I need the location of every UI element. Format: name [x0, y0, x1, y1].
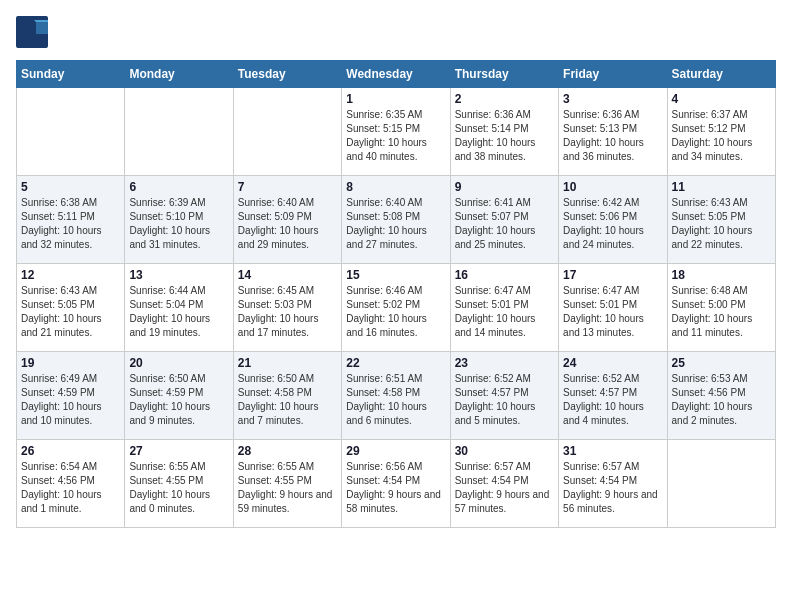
calendar-week-row: 19Sunrise: 6:49 AM Sunset: 4:59 PM Dayli… — [17, 352, 776, 440]
calendar-cell: 13Sunrise: 6:44 AM Sunset: 5:04 PM Dayli… — [125, 264, 233, 352]
calendar-cell: 25Sunrise: 6:53 AM Sunset: 4:56 PM Dayli… — [667, 352, 775, 440]
day-info: Sunrise: 6:35 AM Sunset: 5:15 PM Dayligh… — [346, 108, 445, 164]
day-number: 29 — [346, 444, 445, 458]
calendar-cell: 1Sunrise: 6:35 AM Sunset: 5:15 PM Daylig… — [342, 88, 450, 176]
day-info: Sunrise: 6:48 AM Sunset: 5:00 PM Dayligh… — [672, 284, 771, 340]
calendar-cell: 29Sunrise: 6:56 AM Sunset: 4:54 PM Dayli… — [342, 440, 450, 528]
day-number: 15 — [346, 268, 445, 282]
day-number: 8 — [346, 180, 445, 194]
calendar-cell: 17Sunrise: 6:47 AM Sunset: 5:01 PM Dayli… — [559, 264, 667, 352]
day-info: Sunrise: 6:55 AM Sunset: 4:55 PM Dayligh… — [238, 460, 337, 516]
day-number: 21 — [238, 356, 337, 370]
calendar-cell — [17, 88, 125, 176]
day-number: 9 — [455, 180, 554, 194]
calendar-week-row: 12Sunrise: 6:43 AM Sunset: 5:05 PM Dayli… — [17, 264, 776, 352]
day-info: Sunrise: 6:53 AM Sunset: 4:56 PM Dayligh… — [672, 372, 771, 428]
day-info: Sunrise: 6:37 AM Sunset: 5:12 PM Dayligh… — [672, 108, 771, 164]
day-number: 31 — [563, 444, 662, 458]
day-info: Sunrise: 6:47 AM Sunset: 5:01 PM Dayligh… — [455, 284, 554, 340]
weekday-header: Thursday — [450, 61, 558, 88]
day-info: Sunrise: 6:40 AM Sunset: 5:09 PM Dayligh… — [238, 196, 337, 252]
day-number: 17 — [563, 268, 662, 282]
day-info: Sunrise: 6:52 AM Sunset: 4:57 PM Dayligh… — [455, 372, 554, 428]
calendar-cell: 16Sunrise: 6:47 AM Sunset: 5:01 PM Dayli… — [450, 264, 558, 352]
day-number: 23 — [455, 356, 554, 370]
day-info: Sunrise: 6:45 AM Sunset: 5:03 PM Dayligh… — [238, 284, 337, 340]
weekday-header: Wednesday — [342, 61, 450, 88]
day-info: Sunrise: 6:40 AM Sunset: 5:08 PM Dayligh… — [346, 196, 445, 252]
day-number: 28 — [238, 444, 337, 458]
day-number: 27 — [129, 444, 228, 458]
weekday-header: Saturday — [667, 61, 775, 88]
day-number: 13 — [129, 268, 228, 282]
day-info: Sunrise: 6:54 AM Sunset: 4:56 PM Dayligh… — [21, 460, 120, 516]
day-number: 2 — [455, 92, 554, 106]
calendar-cell: 21Sunrise: 6:50 AM Sunset: 4:58 PM Dayli… — [233, 352, 341, 440]
day-info: Sunrise: 6:46 AM Sunset: 5:02 PM Dayligh… — [346, 284, 445, 340]
calendar-cell: 11Sunrise: 6:43 AM Sunset: 5:05 PM Dayli… — [667, 176, 775, 264]
calendar-cell: 28Sunrise: 6:55 AM Sunset: 4:55 PM Dayli… — [233, 440, 341, 528]
calendar-cell: 10Sunrise: 6:42 AM Sunset: 5:06 PM Dayli… — [559, 176, 667, 264]
day-number: 18 — [672, 268, 771, 282]
day-number: 16 — [455, 268, 554, 282]
day-number: 6 — [129, 180, 228, 194]
calendar-cell: 30Sunrise: 6:57 AM Sunset: 4:54 PM Dayli… — [450, 440, 558, 528]
day-number: 19 — [21, 356, 120, 370]
day-info: Sunrise: 6:36 AM Sunset: 5:14 PM Dayligh… — [455, 108, 554, 164]
calendar-cell: 12Sunrise: 6:43 AM Sunset: 5:05 PM Dayli… — [17, 264, 125, 352]
day-info: Sunrise: 6:57 AM Sunset: 4:54 PM Dayligh… — [455, 460, 554, 516]
day-number: 5 — [21, 180, 120, 194]
calendar-cell: 19Sunrise: 6:49 AM Sunset: 4:59 PM Dayli… — [17, 352, 125, 440]
calendar-cell: 5Sunrise: 6:38 AM Sunset: 5:11 PM Daylig… — [17, 176, 125, 264]
calendar-cell: 27Sunrise: 6:55 AM Sunset: 4:55 PM Dayli… — [125, 440, 233, 528]
day-number: 30 — [455, 444, 554, 458]
weekday-header: Sunday — [17, 61, 125, 88]
day-number: 4 — [672, 92, 771, 106]
calendar-cell — [233, 88, 341, 176]
day-info: Sunrise: 6:55 AM Sunset: 4:55 PM Dayligh… — [129, 460, 228, 516]
day-number: 24 — [563, 356, 662, 370]
day-info: Sunrise: 6:44 AM Sunset: 5:04 PM Dayligh… — [129, 284, 228, 340]
day-info: Sunrise: 6:36 AM Sunset: 5:13 PM Dayligh… — [563, 108, 662, 164]
day-info: Sunrise: 6:43 AM Sunset: 5:05 PM Dayligh… — [672, 196, 771, 252]
calendar-week-row: 26Sunrise: 6:54 AM Sunset: 4:56 PM Dayli… — [17, 440, 776, 528]
day-info: Sunrise: 6:57 AM Sunset: 4:54 PM Dayligh… — [563, 460, 662, 516]
weekday-header: Friday — [559, 61, 667, 88]
day-number: 22 — [346, 356, 445, 370]
page-header — [16, 16, 776, 48]
day-number: 20 — [129, 356, 228, 370]
calendar-cell: 4Sunrise: 6:37 AM Sunset: 5:12 PM Daylig… — [667, 88, 775, 176]
day-info: Sunrise: 6:56 AM Sunset: 4:54 PM Dayligh… — [346, 460, 445, 516]
weekday-header: Monday — [125, 61, 233, 88]
calendar-cell: 18Sunrise: 6:48 AM Sunset: 5:00 PM Dayli… — [667, 264, 775, 352]
day-number: 1 — [346, 92, 445, 106]
svg-marker-2 — [36, 22, 48, 34]
day-number: 14 — [238, 268, 337, 282]
logo — [16, 16, 52, 48]
calendar-cell: 20Sunrise: 6:50 AM Sunset: 4:59 PM Dayli… — [125, 352, 233, 440]
calendar-cell: 6Sunrise: 6:39 AM Sunset: 5:10 PM Daylig… — [125, 176, 233, 264]
calendar-cell: 7Sunrise: 6:40 AM Sunset: 5:09 PM Daylig… — [233, 176, 341, 264]
calendar-cell: 14Sunrise: 6:45 AM Sunset: 5:03 PM Dayli… — [233, 264, 341, 352]
day-number: 10 — [563, 180, 662, 194]
day-info: Sunrise: 6:41 AM Sunset: 5:07 PM Dayligh… — [455, 196, 554, 252]
day-info: Sunrise: 6:49 AM Sunset: 4:59 PM Dayligh… — [21, 372, 120, 428]
day-info: Sunrise: 6:39 AM Sunset: 5:10 PM Dayligh… — [129, 196, 228, 252]
day-info: Sunrise: 6:50 AM Sunset: 4:58 PM Dayligh… — [238, 372, 337, 428]
day-number: 7 — [238, 180, 337, 194]
calendar-cell — [667, 440, 775, 528]
calendar-cell — [125, 88, 233, 176]
calendar-cell: 3Sunrise: 6:36 AM Sunset: 5:13 PM Daylig… — [559, 88, 667, 176]
day-number: 25 — [672, 356, 771, 370]
calendar-cell: 24Sunrise: 6:52 AM Sunset: 4:57 PM Dayli… — [559, 352, 667, 440]
day-info: Sunrise: 6:50 AM Sunset: 4:59 PM Dayligh… — [129, 372, 228, 428]
calendar-table: SundayMondayTuesdayWednesdayThursdayFrid… — [16, 60, 776, 528]
calendar-cell: 22Sunrise: 6:51 AM Sunset: 4:58 PM Dayli… — [342, 352, 450, 440]
calendar-cell: 26Sunrise: 6:54 AM Sunset: 4:56 PM Dayli… — [17, 440, 125, 528]
calendar-week-row: 5Sunrise: 6:38 AM Sunset: 5:11 PM Daylig… — [17, 176, 776, 264]
day-info: Sunrise: 6:47 AM Sunset: 5:01 PM Dayligh… — [563, 284, 662, 340]
weekday-header: Tuesday — [233, 61, 341, 88]
calendar-cell: 8Sunrise: 6:40 AM Sunset: 5:08 PM Daylig… — [342, 176, 450, 264]
day-info: Sunrise: 6:52 AM Sunset: 4:57 PM Dayligh… — [563, 372, 662, 428]
day-number: 3 — [563, 92, 662, 106]
